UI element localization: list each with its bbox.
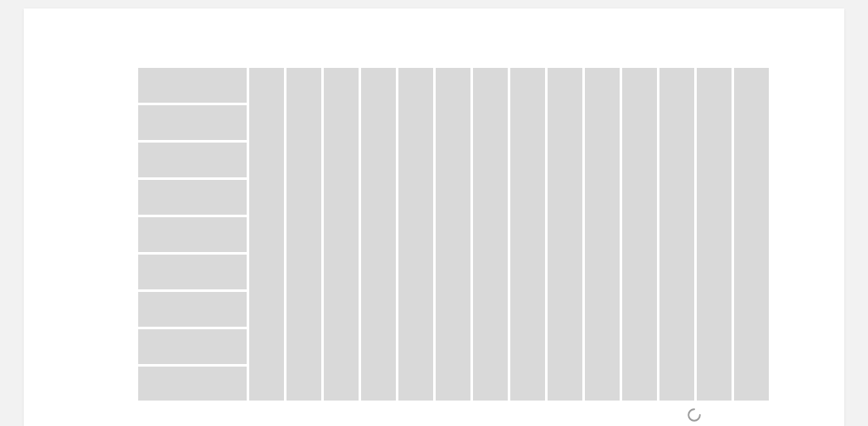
skeleton-row-headers bbox=[138, 68, 247, 401]
skeleton-column bbox=[473, 68, 508, 401]
skeleton-columns bbox=[249, 68, 769, 401]
skeleton-row bbox=[138, 292, 247, 327]
skeleton-column bbox=[585, 68, 620, 401]
skeleton-column bbox=[436, 68, 470, 401]
skeleton-row bbox=[138, 143, 247, 177]
skeleton-row bbox=[138, 180, 247, 215]
skeleton-column bbox=[249, 68, 284, 401]
skeleton-column bbox=[734, 68, 769, 401]
skeleton-column bbox=[622, 68, 657, 401]
skeleton-column bbox=[659, 68, 694, 401]
loading-spinner-icon bbox=[687, 407, 702, 423]
skeleton-row bbox=[138, 217, 247, 252]
skeleton-row bbox=[138, 367, 247, 401]
content-card bbox=[24, 8, 844, 426]
skeleton-row bbox=[138, 105, 247, 140]
skeleton-column bbox=[287, 68, 321, 401]
skeleton-row bbox=[138, 68, 247, 103]
skeleton-column bbox=[361, 68, 396, 401]
skeleton-column bbox=[548, 68, 582, 401]
skeleton-loader bbox=[138, 68, 769, 401]
skeleton-column bbox=[324, 68, 359, 401]
skeleton-column bbox=[697, 68, 732, 401]
skeleton-column bbox=[510, 68, 545, 401]
skeleton-column bbox=[398, 68, 433, 401]
skeleton-row bbox=[138, 255, 247, 289]
skeleton-row bbox=[138, 329, 247, 364]
